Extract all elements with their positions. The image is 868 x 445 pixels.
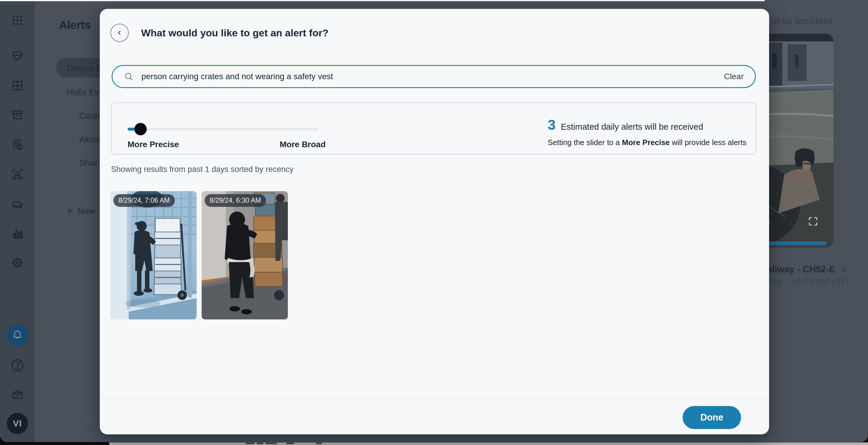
alert-setup-modal: What would you like to get an alert for?… bbox=[100, 9, 769, 434]
slider-hint-note: Setting the slider to a More Precise wil… bbox=[548, 138, 746, 147]
incident-report-icon[interactable] bbox=[11, 138, 24, 152]
sidebar: VI bbox=[0, 0, 35, 442]
camera-dome-icon[interactable] bbox=[11, 49, 24, 63]
slider-label-precise: More Precise bbox=[128, 140, 179, 149]
settings-gear-icon[interactable] bbox=[11, 256, 24, 269]
chevron-left-icon bbox=[115, 28, 124, 37]
modal-title: What would you like to get an alert for? bbox=[141, 27, 329, 39]
estimated-alert-count: 3 bbox=[548, 117, 556, 133]
camera-name-link[interactable]: allway - CH52-E bbox=[767, 264, 848, 275]
precision-slider-track[interactable] bbox=[128, 128, 318, 130]
add-to-incident-heading: ld to Incident bbox=[771, 16, 833, 27]
user-avatar[interactable]: VI bbox=[7, 413, 28, 434]
precision-slider-thumb[interactable] bbox=[134, 123, 147, 135]
alert-query-searchbar[interactable]: Clear bbox=[112, 65, 756, 88]
vehicle-icon[interactable] bbox=[11, 197, 24, 211]
expand-fullscreen-icon[interactable] bbox=[808, 216, 818, 226]
hint-suffix: will provide less alerts bbox=[670, 138, 746, 147]
result-thumbnails: 8/29/24, 7:06 AM bbox=[111, 191, 288, 319]
clear-search-button[interactable]: Clear bbox=[724, 72, 744, 81]
result-image-2 bbox=[202, 191, 288, 319]
apps-grid-icon[interactable] bbox=[11, 13, 24, 27]
face-detection-icon[interactable] bbox=[11, 168, 24, 181]
chevron-right-icon bbox=[841, 266, 848, 273]
nav-item-shared[interactable]: Shar bbox=[79, 158, 98, 168]
hint-prefix: Setting the slider to a bbox=[548, 138, 622, 147]
precision-slider-panel: More Precise More Broad 3 Estimated dail… bbox=[111, 102, 756, 154]
camera-timestamp: day - 10:54 AM PDT bbox=[768, 276, 850, 287]
alerts-bell-icon[interactable] bbox=[6, 324, 28, 346]
nav-item-cash[interactable]: Cash bbox=[79, 111, 100, 121]
top-edge-strip bbox=[0, 0, 765, 1]
slider-label-broad: More Broad bbox=[261, 140, 344, 149]
estimated-alert-label: Estimated daily alerts will be received bbox=[561, 122, 703, 132]
estimate-row: 3 Estimated daily alerts will be receive… bbox=[548, 117, 703, 133]
bottom-timeline-strip bbox=[109, 442, 868, 445]
search-icon bbox=[124, 71, 134, 82]
done-button[interactable]: Done bbox=[683, 406, 741, 429]
page-title: Alerts bbox=[59, 19, 91, 32]
video-wall-icon[interactable] bbox=[11, 79, 24, 92]
back-button[interactable] bbox=[111, 24, 129, 42]
results-summary: Showing results from past 1 days sorted … bbox=[111, 165, 293, 174]
screen: VI Alerts Device E Helix Ev Cash Akash S… bbox=[0, 0, 868, 445]
nav-item-helix-events[interactable]: Helix Ev bbox=[67, 87, 99, 97]
hint-bold: More Precise bbox=[622, 138, 670, 147]
new-alert-label: New bbox=[78, 206, 95, 216]
alert-query-input[interactable] bbox=[141, 71, 724, 82]
analytics-chart-icon[interactable] bbox=[11, 227, 24, 240]
result-image-1 bbox=[111, 191, 197, 319]
result-thumbnail-1[interactable]: 8/29/24, 7:06 AM bbox=[111, 191, 197, 319]
new-alert-button[interactable]: + New bbox=[67, 205, 95, 217]
modal-footer: Done bbox=[100, 398, 769, 434]
help-icon[interactable] bbox=[10, 358, 25, 373]
thumbnail-timestamp-2: 8/29/24, 6:30 AM bbox=[205, 194, 266, 207]
thumbnail-timestamp-1: 8/29/24, 7:06 AM bbox=[113, 194, 175, 207]
result-thumbnail-2[interactable]: 8/29/24, 6:30 AM bbox=[202, 191, 288, 319]
camera-name-text: allway - CH52-E bbox=[767, 264, 835, 275]
nav-item-device-events[interactable]: Device E bbox=[67, 63, 102, 73]
archive-box-icon[interactable] bbox=[11, 109, 24, 122]
plus-icon: + bbox=[67, 205, 73, 217]
toolbox-icon[interactable] bbox=[10, 387, 25, 402]
